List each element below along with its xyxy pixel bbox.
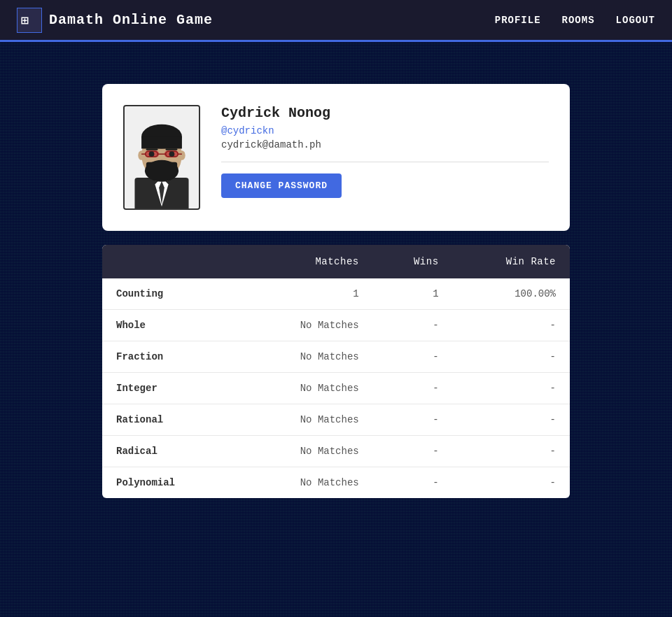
change-password-button[interactable]: CHANGE PASSWORD xyxy=(221,173,342,198)
col-header-category xyxy=(102,245,242,278)
row-matches-rational: No Matches xyxy=(242,404,373,436)
row-winrate-rational: - xyxy=(453,404,570,436)
svg-rect-8 xyxy=(141,136,182,148)
navbar-links: PROFILE ROOMS LOGOUT xyxy=(495,15,655,26)
row-winrate-radical: - xyxy=(453,436,570,467)
row-winrate-integer: - xyxy=(453,373,570,404)
profile-card: Cydrick Nonog @cydrickn cydrick@damath.p… xyxy=(102,84,570,231)
table-row: FractionNo Matches-- xyxy=(102,341,570,373)
row-winrate-counting: 100.00% xyxy=(453,278,570,310)
table-row: RadicalNo Matches-- xyxy=(102,436,570,467)
brand: ⊞ Damath Online Game xyxy=(17,8,213,33)
profile-name: Cydrick Nonog xyxy=(221,105,549,121)
col-header-winrate: Win Rate xyxy=(453,245,570,278)
table-header-row: Matches Wins Win Rate xyxy=(102,245,570,278)
row-label-radical[interactable]: Radical xyxy=(102,436,242,467)
svg-text:⊞: ⊞ xyxy=(21,13,29,27)
table-row: Counting11100.00% xyxy=(102,278,570,310)
col-header-matches: Matches xyxy=(242,245,373,278)
svg-point-21 xyxy=(169,151,175,157)
row-matches-counting: 1 xyxy=(242,278,373,310)
row-label-rational[interactable]: Rational xyxy=(102,404,242,436)
table-row: RationalNo Matches-- xyxy=(102,404,570,436)
stats-table: Matches Wins Win Rate Counting11100.00%W… xyxy=(102,245,570,498)
profile-username: @cydrickn xyxy=(221,125,549,136)
main-content: Cydrick Nonog @cydrickn cydrick@damath.p… xyxy=(91,84,581,498)
row-matches-polynomial: No Matches xyxy=(242,467,373,499)
avatar xyxy=(123,105,200,210)
table-row: PolynomialNo Matches-- xyxy=(102,467,570,499)
rooms-nav-link[interactable]: ROOMS xyxy=(562,15,595,26)
profile-email: cydrick@damath.ph xyxy=(221,139,549,150)
row-matches-fraction: No Matches xyxy=(242,341,373,373)
row-label-integer[interactable]: Integer xyxy=(102,373,242,404)
svg-point-20 xyxy=(149,151,155,157)
row-winrate-fraction: - xyxy=(453,341,570,373)
table-row: WholeNo Matches-- xyxy=(102,310,570,341)
row-matches-radical: No Matches xyxy=(242,436,373,467)
row-wins-counting: 1 xyxy=(373,278,453,310)
stats-table-container: Matches Wins Win Rate Counting11100.00%W… xyxy=(102,245,570,498)
row-wins-rational: - xyxy=(373,404,453,436)
logout-nav-link[interactable]: LOGOUT xyxy=(616,15,655,26)
brand-icon: ⊞ xyxy=(17,8,42,33)
row-wins-radical: - xyxy=(373,436,453,467)
profile-nav-link[interactable]: PROFILE xyxy=(495,15,541,26)
row-label-fraction[interactable]: Fraction xyxy=(102,341,242,373)
row-wins-integer: - xyxy=(373,373,453,404)
table-row: IntegerNo Matches-- xyxy=(102,373,570,404)
row-wins-fraction: - xyxy=(373,341,453,373)
row-label-whole[interactable]: Whole xyxy=(102,310,242,341)
row-wins-whole: - xyxy=(373,310,453,341)
profile-divider xyxy=(221,162,549,162)
svg-point-10 xyxy=(178,150,186,159)
row-wins-polynomial: - xyxy=(373,467,453,499)
row-matches-whole: No Matches xyxy=(242,310,373,341)
svg-point-9 xyxy=(138,150,145,159)
svg-rect-12 xyxy=(146,162,177,171)
row-label-polynomial[interactable]: Polynomial xyxy=(102,467,242,499)
row-matches-integer: No Matches xyxy=(242,373,373,404)
row-label-counting[interactable]: Counting xyxy=(102,278,242,310)
brand-title: Damath Online Game xyxy=(49,12,213,28)
profile-info: Cydrick Nonog @cydrickn cydrick@damath.p… xyxy=(221,105,549,198)
col-header-wins: Wins xyxy=(373,245,453,278)
row-winrate-polynomial: - xyxy=(453,467,570,499)
row-winrate-whole: - xyxy=(453,310,570,341)
navbar: ⊞ Damath Online Game PROFILE ROOMS LOGOU… xyxy=(0,0,672,42)
